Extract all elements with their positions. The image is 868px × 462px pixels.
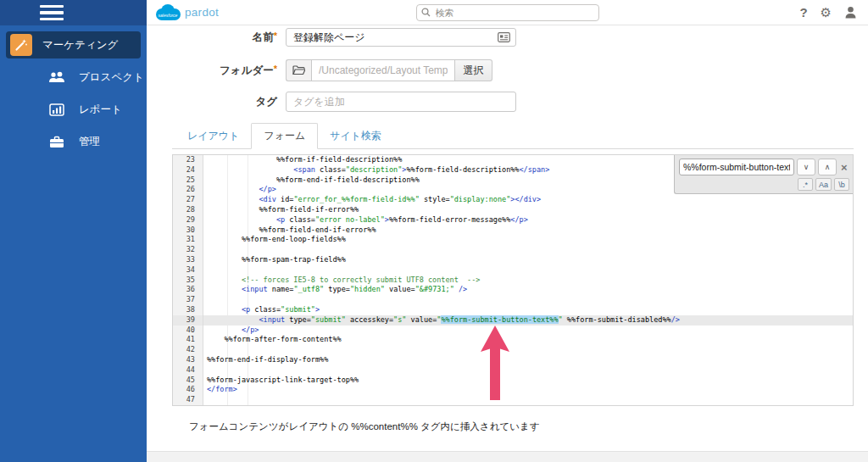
sidebar: マーケティング プロスペクト レポート [0, 0, 147, 462]
line-number: 39 [173, 315, 203, 326]
code-line[interactable]: 43%%form-end-if-display-form%% [173, 355, 853, 365]
people-icon [48, 71, 65, 84]
code-text: <p class="submit"> [203, 305, 320, 315]
code-line[interactable]: 41 %%form-after-form-content%% [173, 335, 853, 345]
tag-field-row: タグ [172, 92, 516, 112]
sidebar-item-prospects[interactable]: プロスペクト [0, 61, 147, 93]
code-line[interactable]: 36 <input name="_utf8" type="hidden" val… [173, 285, 853, 295]
line-number: 36 [173, 285, 203, 295]
line-number: 24 [173, 165, 203, 175]
code-text: %%form-spam-trap-field%% [203, 255, 346, 265]
code-text: %%form-end-if-display-form%% [203, 355, 328, 365]
code-line[interactable]: 31 %%form-end-loop-fields%% [173, 235, 853, 245]
line-number: 47 [173, 395, 203, 405]
line-number: 26 [173, 185, 203, 195]
code-line[interactable]: 32 [173, 245, 853, 255]
hamburger-menu-icon[interactable] [40, 2, 64, 25]
code-line[interactable]: 45%%form-javascript-link-target-top%% [173, 376, 853, 386]
sidebar-item-marketing[interactable]: マーケティング [6, 31, 141, 58]
folder-icon [286, 59, 311, 81]
line-number: 44 [173, 365, 203, 376]
line-number: 25 [173, 175, 203, 186]
code-text: %%form-if-field-description%% [203, 155, 402, 165]
code-text: %%form-end-if-field-description%% [203, 175, 420, 186]
code-text: <div id="error_for_%%form-field-id%%" st… [203, 195, 541, 205]
line-number: 30 [173, 225, 203, 236]
gear-icon[interactable]: ⚙ [821, 6, 832, 19]
code-line[interactable]: 47 [173, 395, 853, 405]
code-line[interactable]: 40 </p> [173, 326, 853, 336]
code-line[interactable]: 44 [173, 365, 853, 376]
line-number: 31 [173, 235, 203, 245]
close-icon[interactable]: × [841, 161, 848, 174]
code-line[interactable]: 33 %%form-spam-trap-field%% [173, 255, 853, 265]
code-text: <input type="submit" accesskey="s" value… [203, 315, 680, 326]
code-line[interactable]: 30 %%form-field-end-if-error%% [173, 225, 853, 236]
code-text: %%form-field-end-if-error%% [203, 225, 376, 236]
code-line[interactable]: 28 %%form-field-if-error%% [173, 205, 853, 215]
line-number: 32 [173, 245, 203, 255]
global-search-input[interactable] [416, 4, 599, 21]
sidebar-item-admin[interactable]: 管理 [0, 125, 147, 158]
name-input[interactable] [286, 28, 516, 47]
line-number: 29 [173, 215, 203, 225]
code-text [203, 365, 207, 376]
salesforce-cloud-icon: salesforce [153, 3, 182, 23]
global-search [416, 4, 599, 21]
contact-card-icon[interactable] [498, 32, 510, 42]
help-icon[interactable]: ? [799, 5, 807, 19]
whole-word-toggle[interactable]: \b [834, 178, 849, 191]
editor-search-input[interactable] [679, 159, 794, 175]
folder-input[interactable] [311, 59, 455, 81]
code-line[interactable]: 27 <div id="error_for_%%form-field-id%%"… [173, 195, 853, 205]
tag-input[interactable] [286, 92, 516, 112]
code-line[interactable]: 35 <!-- forces IE5-8 to correctly submit… [173, 276, 853, 286]
code-text: </p> [203, 326, 259, 336]
match-case-toggle[interactable]: Aa [815, 178, 832, 191]
tab-layout[interactable]: レイアウト [175, 124, 251, 148]
regex-toggle[interactable]: .* [798, 178, 813, 191]
svg-text:salesforce: salesforce [159, 12, 178, 17]
form-content-note: フォームコンテンツがレイアウトの %%content%% タグ内に挿入されていま… [189, 420, 539, 433]
sidebar-item-label: レポート [79, 103, 122, 117]
line-number: 23 [173, 155, 203, 165]
code-text: %%form-end-loop-fields%% [203, 235, 346, 245]
line-number: 27 [173, 195, 203, 205]
code-line[interactable]: 39 <input type="submit" accesskey="s" va… [173, 315, 853, 326]
name-label: 名前* [172, 31, 286, 45]
line-number: 42 [173, 345, 203, 355]
code-line[interactable]: 38 <p class="submit"> [173, 305, 853, 315]
page-content: 名前* フォルダー* [147, 25, 868, 451]
line-number: 43 [173, 355, 203, 365]
line-number: 37 [173, 295, 203, 305]
sidebar-top-bar [0, 0, 147, 25]
briefcase-icon [48, 136, 65, 148]
sidebar-item-label: 管理 [79, 135, 100, 149]
code-line[interactable]: 42 [173, 345, 853, 355]
folder-field-row: フォルダー* 選択 [172, 59, 492, 81]
code-text: %%form-javascript-link-target-top%% [203, 376, 359, 386]
tab-form[interactable]: フォーム [251, 123, 318, 149]
line-number: 46 [173, 385, 203, 395]
editor-search-panel: ∨ ∧ × .* Aa \b [674, 155, 853, 194]
code-editor[interactable]: 23 %%form-if-field-description%%24 <span… [172, 154, 854, 406]
code-line[interactable]: 46</form> [173, 385, 853, 395]
wand-icon [10, 34, 32, 56]
code-line[interactable]: 37 [173, 295, 853, 305]
user-avatar-icon[interactable] [844, 6, 857, 19]
name-field-row: 名前* [172, 28, 516, 47]
search-prev-icon[interactable]: ∧ [818, 159, 837, 175]
pardot-logo[interactable]: salesforce pardot [153, 3, 219, 23]
code-line[interactable]: 29 <p class="error no-label">%%form-fiel… [173, 215, 853, 225]
code-text [203, 295, 207, 305]
search-next-icon[interactable]: ∨ [797, 159, 815, 175]
code-text [203, 245, 207, 255]
tag-label: タグ [172, 95, 286, 109]
code-line[interactable]: 34 [173, 265, 853, 276]
code-text: <span class="description">%%form-field-d… [203, 165, 549, 175]
line-number: 33 [173, 255, 203, 265]
code-text: </form> [203, 385, 237, 395]
sidebar-item-reports[interactable]: レポート [0, 93, 147, 125]
tab-site-search[interactable]: サイト検索 [318, 124, 393, 148]
folder-select-button[interactable]: 選択 [455, 59, 492, 81]
